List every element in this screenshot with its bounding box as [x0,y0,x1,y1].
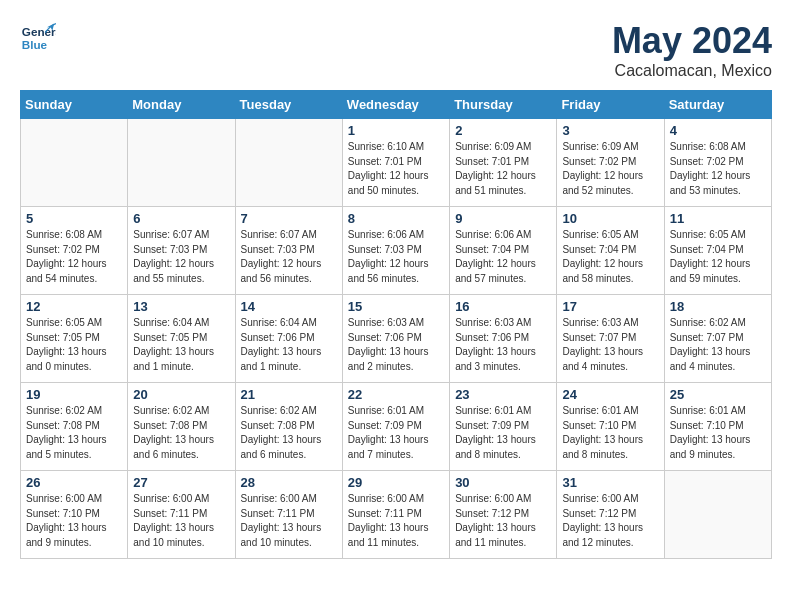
day-info: Sunrise: 6:00 AM Sunset: 7:11 PM Dayligh… [241,492,337,550]
day-info: Sunrise: 6:05 AM Sunset: 7:05 PM Dayligh… [26,316,122,374]
day-number: 28 [241,475,337,490]
day-info: Sunrise: 6:02 AM Sunset: 7:08 PM Dayligh… [26,404,122,462]
calendar-cell: 28Sunrise: 6:00 AM Sunset: 7:11 PM Dayli… [235,471,342,559]
day-of-week-header: Monday [128,91,235,119]
day-number: 1 [348,123,444,138]
calendar-cell: 15Sunrise: 6:03 AM Sunset: 7:06 PM Dayli… [342,295,449,383]
calendar-cell: 26Sunrise: 6:00 AM Sunset: 7:10 PM Dayli… [21,471,128,559]
day-number: 4 [670,123,766,138]
calendar-cell: 29Sunrise: 6:00 AM Sunset: 7:11 PM Dayli… [342,471,449,559]
day-number: 15 [348,299,444,314]
day-of-week-header: Saturday [664,91,771,119]
calendar-cell: 13Sunrise: 6:04 AM Sunset: 7:05 PM Dayli… [128,295,235,383]
day-of-week-header: Friday [557,91,664,119]
day-info: Sunrise: 6:00 AM Sunset: 7:12 PM Dayligh… [562,492,658,550]
general-blue-icon: General Blue [20,20,56,56]
day-info: Sunrise: 6:03 AM Sunset: 7:06 PM Dayligh… [455,316,551,374]
day-number: 26 [26,475,122,490]
calendar-cell: 9Sunrise: 6:06 AM Sunset: 7:04 PM Daylig… [450,207,557,295]
calendar-cell: 6Sunrise: 6:07 AM Sunset: 7:03 PM Daylig… [128,207,235,295]
calendar-table: SundayMondayTuesdayWednesdayThursdayFrid… [20,90,772,559]
day-info: Sunrise: 6:03 AM Sunset: 7:07 PM Dayligh… [562,316,658,374]
day-info: Sunrise: 6:01 AM Sunset: 7:09 PM Dayligh… [455,404,551,462]
day-info: Sunrise: 6:09 AM Sunset: 7:02 PM Dayligh… [562,140,658,198]
calendar-cell: 17Sunrise: 6:03 AM Sunset: 7:07 PM Dayli… [557,295,664,383]
day-number: 30 [455,475,551,490]
month-year-title: May 2024 [612,20,772,62]
calendar-cell [128,119,235,207]
day-info: Sunrise: 6:06 AM Sunset: 7:04 PM Dayligh… [455,228,551,286]
logo: General Blue [20,20,56,56]
day-number: 2 [455,123,551,138]
day-info: Sunrise: 6:08 AM Sunset: 7:02 PM Dayligh… [670,140,766,198]
day-number: 11 [670,211,766,226]
day-number: 25 [670,387,766,402]
day-number: 31 [562,475,658,490]
day-info: Sunrise: 6:09 AM Sunset: 7:01 PM Dayligh… [455,140,551,198]
page-header: General Blue May 2024 Cacalomacan, Mexic… [20,20,772,80]
day-number: 17 [562,299,658,314]
day-info: Sunrise: 6:00 AM Sunset: 7:11 PM Dayligh… [348,492,444,550]
day-info: Sunrise: 6:07 AM Sunset: 7:03 PM Dayligh… [133,228,229,286]
day-number: 20 [133,387,229,402]
day-of-week-header: Tuesday [235,91,342,119]
day-info: Sunrise: 6:04 AM Sunset: 7:05 PM Dayligh… [133,316,229,374]
calendar-cell: 20Sunrise: 6:02 AM Sunset: 7:08 PM Dayli… [128,383,235,471]
calendar-cell: 30Sunrise: 6:00 AM Sunset: 7:12 PM Dayli… [450,471,557,559]
day-number: 12 [26,299,122,314]
calendar-cell: 7Sunrise: 6:07 AM Sunset: 7:03 PM Daylig… [235,207,342,295]
day-info: Sunrise: 6:00 AM Sunset: 7:12 PM Dayligh… [455,492,551,550]
day-number: 22 [348,387,444,402]
day-of-week-header: Thursday [450,91,557,119]
day-info: Sunrise: 6:10 AM Sunset: 7:01 PM Dayligh… [348,140,444,198]
day-number: 16 [455,299,551,314]
calendar-cell: 23Sunrise: 6:01 AM Sunset: 7:09 PM Dayli… [450,383,557,471]
day-number: 13 [133,299,229,314]
day-info: Sunrise: 6:06 AM Sunset: 7:03 PM Dayligh… [348,228,444,286]
calendar-cell: 21Sunrise: 6:02 AM Sunset: 7:08 PM Dayli… [235,383,342,471]
calendar-cell: 3Sunrise: 6:09 AM Sunset: 7:02 PM Daylig… [557,119,664,207]
calendar-cell: 27Sunrise: 6:00 AM Sunset: 7:11 PM Dayli… [128,471,235,559]
day-number: 5 [26,211,122,226]
day-info: Sunrise: 6:05 AM Sunset: 7:04 PM Dayligh… [670,228,766,286]
day-info: Sunrise: 6:01 AM Sunset: 7:09 PM Dayligh… [348,404,444,462]
calendar-cell: 24Sunrise: 6:01 AM Sunset: 7:10 PM Dayli… [557,383,664,471]
calendar-cell: 4Sunrise: 6:08 AM Sunset: 7:02 PM Daylig… [664,119,771,207]
calendar-cell: 12Sunrise: 6:05 AM Sunset: 7:05 PM Dayli… [21,295,128,383]
day-number: 3 [562,123,658,138]
location-subtitle: Cacalomacan, Mexico [612,62,772,80]
day-number: 7 [241,211,337,226]
day-number: 14 [241,299,337,314]
day-number: 10 [562,211,658,226]
calendar-cell: 31Sunrise: 6:00 AM Sunset: 7:12 PM Dayli… [557,471,664,559]
day-number: 23 [455,387,551,402]
calendar-cell: 5Sunrise: 6:08 AM Sunset: 7:02 PM Daylig… [21,207,128,295]
day-number: 19 [26,387,122,402]
day-number: 9 [455,211,551,226]
day-info: Sunrise: 6:05 AM Sunset: 7:04 PM Dayligh… [562,228,658,286]
day-info: Sunrise: 6:00 AM Sunset: 7:10 PM Dayligh… [26,492,122,550]
day-of-week-header: Wednesday [342,91,449,119]
day-info: Sunrise: 6:04 AM Sunset: 7:06 PM Dayligh… [241,316,337,374]
day-number: 29 [348,475,444,490]
day-number: 8 [348,211,444,226]
day-number: 21 [241,387,337,402]
calendar-cell: 14Sunrise: 6:04 AM Sunset: 7:06 PM Dayli… [235,295,342,383]
day-info: Sunrise: 6:03 AM Sunset: 7:06 PM Dayligh… [348,316,444,374]
day-info: Sunrise: 6:00 AM Sunset: 7:11 PM Dayligh… [133,492,229,550]
day-number: 6 [133,211,229,226]
day-info: Sunrise: 6:08 AM Sunset: 7:02 PM Dayligh… [26,228,122,286]
calendar-cell [664,471,771,559]
day-of-week-header: Sunday [21,91,128,119]
calendar-cell: 18Sunrise: 6:02 AM Sunset: 7:07 PM Dayli… [664,295,771,383]
day-info: Sunrise: 6:02 AM Sunset: 7:07 PM Dayligh… [670,316,766,374]
day-info: Sunrise: 6:02 AM Sunset: 7:08 PM Dayligh… [133,404,229,462]
calendar-cell: 8Sunrise: 6:06 AM Sunset: 7:03 PM Daylig… [342,207,449,295]
day-info: Sunrise: 6:07 AM Sunset: 7:03 PM Dayligh… [241,228,337,286]
calendar-cell [21,119,128,207]
calendar-cell: 16Sunrise: 6:03 AM Sunset: 7:06 PM Dayli… [450,295,557,383]
calendar-cell: 11Sunrise: 6:05 AM Sunset: 7:04 PM Dayli… [664,207,771,295]
day-info: Sunrise: 6:02 AM Sunset: 7:08 PM Dayligh… [241,404,337,462]
day-number: 18 [670,299,766,314]
calendar-cell: 1Sunrise: 6:10 AM Sunset: 7:01 PM Daylig… [342,119,449,207]
